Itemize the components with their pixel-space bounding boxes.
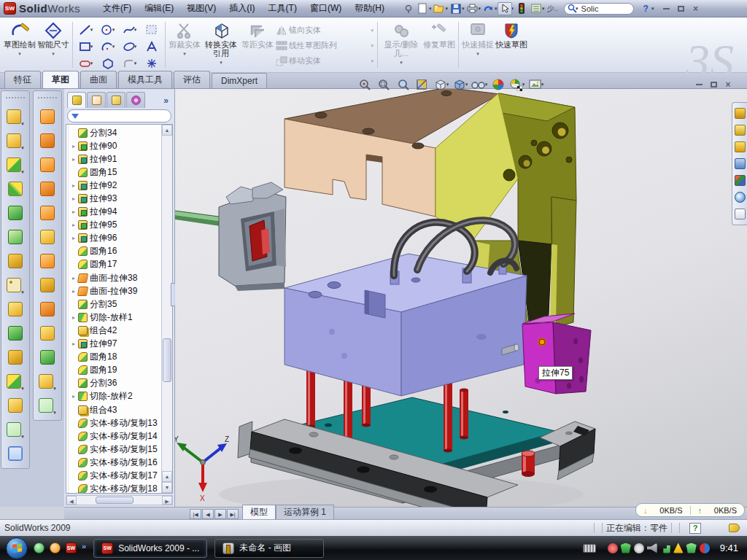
tree-item[interactable]: 实体-移动/复制18 xyxy=(70,483,160,494)
tree-filter-input[interactable] xyxy=(67,109,171,122)
guard-shield-icon[interactable] xyxy=(686,543,697,553)
hscroll-thumb[interactable] xyxy=(96,497,133,504)
tree-item[interactable]: ▸ 拉伸91 xyxy=(70,152,160,166)
replace-face-icon[interactable] xyxy=(34,345,61,369)
view-orientation-icon[interactable]: ▾ xyxy=(432,77,451,92)
tree-item[interactable]: 组合43 xyxy=(70,403,160,416)
tab-草图[interactable]: 草图 xyxy=(42,71,79,88)
undo-icon[interactable] xyxy=(481,2,496,15)
revolved-boss-icon[interactable]: ▾ xyxy=(1,128,29,152)
spline-icon[interactable]: ▾ xyxy=(119,21,141,38)
status-tag-icon[interactable] xyxy=(729,524,740,532)
menu-item-插入(I)[interactable]: 插入(I) xyxy=(222,0,261,17)
featuremanager-tab[interactable] xyxy=(67,92,86,108)
instant3d-icon[interactable] xyxy=(1,441,29,465)
trim-surface-icon[interactable]: ▾ xyxy=(34,393,61,417)
polygon-icon[interactable] xyxy=(97,55,119,71)
tree-item[interactable]: ▸ 拉伸97 xyxy=(70,338,160,351)
dimxpertmanager-tab[interactable] xyxy=(126,92,145,108)
propertymanager-tab[interactable] xyxy=(87,92,106,108)
select-box-icon[interactable] xyxy=(141,21,163,38)
design-library-icon[interactable] xyxy=(735,125,746,136)
doc-restore-button[interactable] xyxy=(706,79,721,90)
quick-launch-more[interactable]: » xyxy=(82,542,86,551)
sketch-fillet-icon[interactable]: ▾ xyxy=(119,55,141,71)
tree-item[interactable]: ▸ 拉伸94 xyxy=(70,206,160,219)
slot-icon[interactable]: ▾ xyxy=(75,55,97,71)
security-alert-icon[interactable] xyxy=(608,543,618,553)
reference-geometry-icon[interactable] xyxy=(1,393,29,417)
tab-nav-button[interactable]: ▶ xyxy=(214,509,226,519)
tree-horizontal-scrollbar[interactable]: ◀ ▶ xyxy=(66,495,173,505)
magnifying-glass-icon[interactable] xyxy=(394,77,413,92)
tree-item[interactable]: ▸ 拉伸93 xyxy=(70,192,160,205)
edit-appearance-icon[interactable] xyxy=(489,77,508,92)
tree-item[interactable]: ▸ 拉伸96 xyxy=(70,232,160,245)
tree-vertical-scrollbar[interactable]: ▲ ▲ ▼ xyxy=(161,125,172,493)
messenger-icon[interactable] xyxy=(34,542,44,553)
convert-entities-button[interactable]: 转换实体引用▾ xyxy=(201,19,241,71)
tree-item[interactable]: ▸ 切除-放样1 xyxy=(70,311,160,324)
shell-icon[interactable] xyxy=(1,201,29,225)
tab-模具工具[interactable]: 模具工具 xyxy=(118,71,172,88)
surface-sweep-icon[interactable] xyxy=(34,152,61,176)
boundary-surface-icon[interactable] xyxy=(34,201,61,225)
view-palette-icon[interactable] xyxy=(735,158,746,169)
search-input[interactable]: ▾ Solic xyxy=(564,3,634,15)
arc-icon[interactable]: ▾ xyxy=(97,38,119,55)
zoom-fit-icon[interactable] xyxy=(356,77,375,92)
planar-surface-icon[interactable] xyxy=(34,249,61,273)
save-icon[interactable] xyxy=(449,2,463,15)
menu-item-工具(T)[interactable]: 工具(T) xyxy=(262,0,303,17)
scroll-split-arrow[interactable]: ▲ xyxy=(162,471,172,482)
menu-item-视图(V)[interactable]: 视图(V) xyxy=(180,0,222,17)
tab-DimXpert[interactable]: DimXpert xyxy=(212,73,267,88)
tree-item[interactable]: ▸ 曲面-拉伸39 xyxy=(70,284,160,298)
tab-nav-button[interactable]: ◀ xyxy=(202,509,214,519)
line-icon[interactable]: ▾ xyxy=(75,21,97,38)
ellipse-icon[interactable]: ▾ xyxy=(119,38,141,55)
antivirus-shield-icon[interactable] xyxy=(621,543,631,553)
appearances-icon[interactable] xyxy=(735,175,746,186)
quick-snaps-button[interactable]: 快速捕捉▾ xyxy=(461,19,495,71)
smart-dimension-button[interactable]: 智能尺寸▾ xyxy=(36,19,70,71)
tree-item[interactable]: 分割36 xyxy=(70,377,160,390)
updates-gear-icon[interactable] xyxy=(634,543,644,553)
tree-item[interactable]: 圆角17 xyxy=(70,258,160,271)
tree-item[interactable]: 实体-移动/复制14 xyxy=(70,429,160,443)
repair-sketch-button[interactable]: 修复草图▾ xyxy=(422,19,456,71)
tree-item[interactable]: 分割34 xyxy=(70,126,160,139)
custom-properties-icon[interactable] xyxy=(735,209,746,219)
swept-boss-icon[interactable] xyxy=(1,176,29,201)
fillet-icon[interactable]: ▾ xyxy=(1,152,29,176)
tree-item[interactable]: 圆角16 xyxy=(70,245,160,258)
tree-item[interactable]: ▸ 拉伸90 xyxy=(70,139,160,152)
options-list-icon[interactable] xyxy=(529,2,543,15)
tab-nav-button[interactable]: |◀ xyxy=(190,509,201,519)
graphics-viewport[interactable]: Y Z X 拉伸75 xyxy=(175,89,747,507)
help-icon[interactable]: ? xyxy=(638,2,653,15)
apply-scene-icon[interactable]: ▾ xyxy=(508,77,527,92)
panel-overflow-button[interactable]: » xyxy=(163,96,174,108)
move-entities-button[interactable]: 移动实体▾ xyxy=(274,53,375,69)
sync-icon[interactable] xyxy=(700,543,710,553)
wrap-icon[interactable] xyxy=(1,321,29,345)
menu-item-文件(F)[interactable]: 文件(F) xyxy=(96,0,138,17)
rib-icon[interactable] xyxy=(1,297,29,321)
menu-item-帮助(H)[interactable]: 帮助(H) xyxy=(348,0,391,17)
filled-surface-icon[interactable] xyxy=(34,225,61,249)
doc-minimize-button[interactable] xyxy=(692,79,706,90)
model-tab-模型[interactable]: 模型 xyxy=(242,505,276,519)
status-help-icon[interactable]: ? xyxy=(689,523,701,534)
delete-face-icon[interactable] xyxy=(34,321,61,345)
offset-surface-icon[interactable] xyxy=(34,273,61,297)
tree-item[interactable]: 圆角15 xyxy=(70,166,160,179)
hide-show-items-icon[interactable]: ▾ xyxy=(470,77,489,92)
model-tab-运动算例 1[interactable]: 运动算例 1 xyxy=(276,505,334,519)
tree-item[interactable]: 圆角19 xyxy=(70,364,160,377)
point-icon[interactable] xyxy=(141,55,163,71)
display-delete-relations-button[interactable]: 显示/删除几...▾ xyxy=(380,19,422,71)
tab-特征[interactable]: 特征 xyxy=(4,71,41,88)
tree-item[interactable]: 实体-移动/复制13 xyxy=(70,416,160,429)
select-arrow-icon[interactable] xyxy=(498,2,512,15)
